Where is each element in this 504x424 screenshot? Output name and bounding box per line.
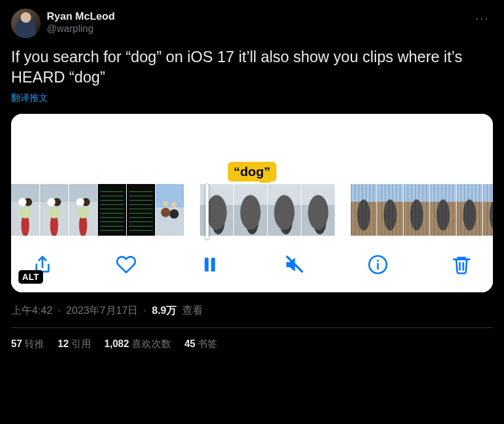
clip-thumb[interactable] xyxy=(98,184,126,236)
tweet-time[interactable]: 上午4:42 xyxy=(11,305,52,316)
clip-thumb[interactable] xyxy=(302,184,335,236)
info-icon[interactable] xyxy=(367,254,388,275)
meta-separator: · xyxy=(58,305,61,316)
translate-link[interactable]: 翻译推文 xyxy=(11,92,48,104)
views-count: 8.9万 xyxy=(152,305,177,316)
stat-count: 1,082 xyxy=(105,338,129,349)
stat-label: 喜欢次数 xyxy=(132,338,171,349)
video-timeline[interactable] xyxy=(11,183,493,241)
stat-count: 12 xyxy=(58,338,69,349)
stat-count: 57 xyxy=(11,338,22,349)
stat-label: 书签 xyxy=(198,338,217,349)
clip-thumb[interactable] xyxy=(377,184,403,236)
stat-bookmarks[interactable]: 45书签 xyxy=(185,338,218,351)
svg-rect-0 xyxy=(205,258,209,272)
more-options-button[interactable]: ··· xyxy=(471,9,493,28)
views-label: 查看 xyxy=(182,305,203,316)
clip-thumb[interactable] xyxy=(69,184,97,236)
clip-thumb[interactable] xyxy=(404,184,430,236)
display-name: Ryan McLeod xyxy=(47,10,115,23)
clip-thumb[interactable] xyxy=(351,184,377,236)
tweet-container: Ryan McLeod @warpling ··· If you search … xyxy=(0,0,504,351)
tweet-stats: 57转推 12引用 1,082喜欢次数 45书签 xyxy=(11,328,493,351)
pause-icon[interactable] xyxy=(199,254,220,275)
clip-thumb[interactable] xyxy=(457,184,482,236)
media-card[interactable]: “dog” xyxy=(11,114,493,292)
svg-rect-1 xyxy=(212,258,215,272)
clip-thumb[interactable] xyxy=(40,184,68,236)
tweet-meta: 上午4:42 · 2023年7月17日 · 8.9万 查看 xyxy=(11,303,493,318)
search-hit-marker xyxy=(260,179,271,183)
meta-separator: · xyxy=(143,305,146,316)
trash-icon[interactable] xyxy=(451,254,472,275)
mute-icon[interactable] xyxy=(284,254,305,275)
author-handle: @warpling xyxy=(47,23,115,35)
stat-quotes[interactable]: 12引用 xyxy=(58,338,91,351)
svg-point-5 xyxy=(377,260,378,262)
clip-thumb[interactable] xyxy=(127,184,155,236)
tweet-text: If you search for “dog” on iOS 17 it’ll … xyxy=(11,47,493,87)
stat-retweets[interactable]: 57转推 xyxy=(11,338,44,351)
clip-thumb[interactable] xyxy=(11,184,39,236)
tweet-header: Ryan McLeod @warpling ··· xyxy=(11,9,493,38)
clip-group[interactable] xyxy=(11,184,184,236)
clip-thumb[interactable] xyxy=(156,184,184,236)
stat-likes[interactable]: 1,082喜欢次数 xyxy=(105,338,171,351)
media-top-whitespace: “dog” xyxy=(11,114,493,183)
clip-group[interactable] xyxy=(351,184,493,236)
playhead[interactable] xyxy=(206,184,209,239)
clip-thumb[interactable] xyxy=(430,184,456,236)
tweet-date[interactable]: 2023年7月17日 xyxy=(66,305,138,316)
stat-label: 引用 xyxy=(71,338,91,349)
alt-badge[interactable]: ALT xyxy=(18,270,43,284)
clip-thumb[interactable] xyxy=(483,184,493,236)
clip-thumb[interactable] xyxy=(268,184,301,236)
clip-group[interactable] xyxy=(200,184,335,236)
clip-thumb[interactable] xyxy=(234,184,267,236)
stat-count: 45 xyxy=(185,338,196,349)
heart-icon[interactable] xyxy=(116,254,137,275)
stat-label: 转推 xyxy=(25,338,44,349)
author-names[interactable]: Ryan McLeod @warpling xyxy=(47,9,115,35)
avatar[interactable] xyxy=(11,9,41,38)
media-toolbar xyxy=(11,241,493,292)
